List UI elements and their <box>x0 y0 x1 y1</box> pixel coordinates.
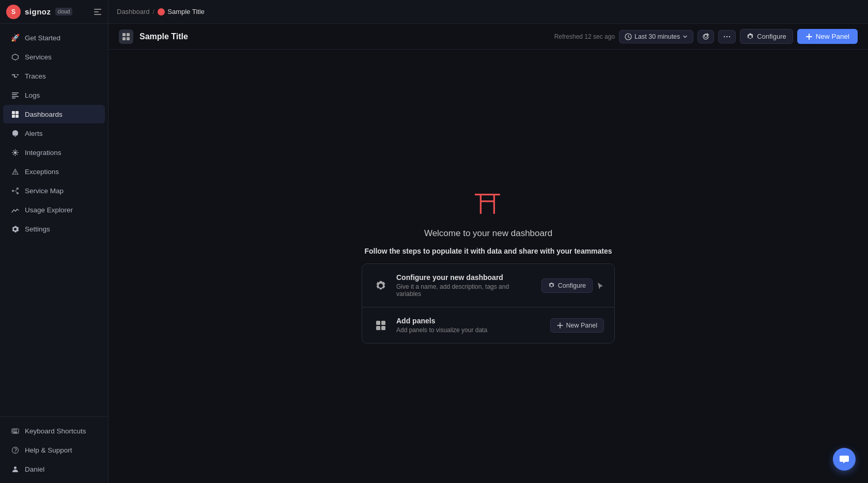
sidebar-item-dashboards[interactable]: Dashboards <box>3 105 105 123</box>
get-started-icon: 🚀 <box>10 33 20 42</box>
dashboard-icon <box>122 33 130 41</box>
svg-rect-18 <box>12 429 13 430</box>
sidebar-label-logs: Logs <box>25 91 40 99</box>
time-range-selector[interactable]: Last 30 minutes <box>619 30 693 43</box>
cursor-icon <box>596 282 604 290</box>
content-area: ⛩ Welcome to your new dashboard Follow t… <box>109 50 868 483</box>
svg-rect-26 <box>122 33 126 36</box>
svg-rect-1 <box>94 11 99 12</box>
configure-icon <box>747 33 754 40</box>
steps-card: Configure your new dashboard Give it a n… <box>362 263 615 344</box>
step-new-panel-label: New Panel <box>566 322 597 329</box>
sidebar-label-traces: Traces <box>25 72 46 80</box>
svg-rect-2 <box>94 14 101 15</box>
new-panel-button[interactable]: New Panel <box>797 29 858 44</box>
sidebar-item-settings[interactable]: Settings <box>3 220 105 238</box>
svg-rect-3 <box>12 92 19 94</box>
sidebar-label-help-support: Help & Support <box>25 446 72 454</box>
svg-rect-34 <box>376 321 380 325</box>
integrations-icon <box>10 148 20 157</box>
torii-icon: ⛩ <box>475 189 502 220</box>
welcome-container: ⛩ Welcome to your new dashboard Follow t… <box>354 189 623 344</box>
refreshed-text: Refreshed 12 sec ago <box>554 33 615 40</box>
breadcrumb-title: Sample Title <box>167 8 205 15</box>
sidebar-label-integrations: Integrations <box>25 149 61 157</box>
sidebar-item-get-started[interactable]: 🚀 Get Started <box>3 28 105 47</box>
configure-step-title: Configure your new dashboard <box>396 273 534 282</box>
svg-rect-23 <box>16 431 17 432</box>
welcome-subtitle: Follow the steps to populate it with dat… <box>364 247 612 255</box>
chat-icon <box>839 454 850 465</box>
add-panels-step-title: Add panels <box>396 317 543 325</box>
svg-point-33 <box>729 36 730 37</box>
svg-point-15 <box>17 188 19 190</box>
svg-rect-27 <box>127 33 130 36</box>
sidebar-item-exceptions[interactable]: Exceptions <box>3 162 105 181</box>
svg-rect-6 <box>12 98 16 99</box>
sidebar-item-logs[interactable]: Logs <box>3 86 105 104</box>
help-support-icon <box>10 445 20 455</box>
sidebar-label-service-map: Service Map <box>25 187 64 195</box>
sidebar-label-dashboards: Dashboards <box>25 111 63 118</box>
sidebar-item-service-map[interactable]: Service Map <box>3 181 105 200</box>
svg-point-14 <box>12 190 14 192</box>
logo-badge: cloud <box>55 8 73 15</box>
chat-fab-button[interactable] <box>833 448 856 471</box>
chevron-down-icon <box>683 34 688 39</box>
sidebar-item-traces[interactable]: Traces <box>3 67 105 85</box>
svg-rect-10 <box>16 115 19 118</box>
collapse-sidebar-button[interactable] <box>94 8 102 16</box>
configure-step-desc: Give it a name, add description, tags an… <box>396 283 534 298</box>
more-options-button[interactable] <box>718 30 736 43</box>
logo-initials: S <box>11 8 16 15</box>
refresh-button[interactable] <box>698 30 714 43</box>
svg-rect-8 <box>16 111 19 114</box>
sidebar-item-alerts[interactable]: Alerts <box>3 124 105 143</box>
step-plus-icon <box>557 322 563 329</box>
welcome-title: Welcome to your new dashboard <box>424 228 552 239</box>
sidebar-label-services: Services <box>25 53 52 61</box>
time-range-label: Last 30 minutes <box>634 33 680 40</box>
app-name: signoz <box>25 7 51 16</box>
main-content: Dashboard / Sample Title Sample Title Re… <box>109 0 868 483</box>
dashboards-icon <box>10 110 20 119</box>
svg-rect-29 <box>127 37 130 40</box>
exceptions-icon <box>10 167 20 176</box>
sidebar-bottom: Keyboard Shortcuts Help & Support Daniel <box>0 416 108 483</box>
svg-point-13 <box>14 173 15 174</box>
new-panel-label: New Panel <box>816 33 849 40</box>
svg-rect-20 <box>16 429 17 430</box>
dashboard-title-icon <box>119 29 133 44</box>
svg-rect-37 <box>381 326 385 330</box>
add-panels-step-content: Add panels Add panels to visualize your … <box>396 317 543 334</box>
add-panels-step-row: Add panels Add panels to visualize your … <box>362 307 614 343</box>
sidebar-item-usage-explorer[interactable]: Usage Explorer <box>3 200 105 219</box>
svg-rect-0 <box>94 9 101 10</box>
clock-icon <box>625 33 632 40</box>
svg-point-25 <box>14 466 17 469</box>
sidebar-item-daniel[interactable]: Daniel <box>3 460 105 478</box>
configure-button[interactable]: Configure <box>740 29 793 44</box>
sidebar-item-services[interactable]: Services <box>3 48 105 66</box>
breadcrumb-parent: Dashboard <box>117 8 150 15</box>
more-icon <box>723 33 731 40</box>
svg-point-16 <box>17 192 19 194</box>
sidebar-item-help-support[interactable]: Help & Support <box>3 441 105 459</box>
svg-point-11 <box>14 151 17 154</box>
step-configure-button[interactable]: Configure <box>541 278 593 293</box>
svg-rect-35 <box>381 321 385 325</box>
breadcrumb: Dashboard / Sample Title <box>117 8 205 15</box>
step-configure-label: Configure <box>558 282 586 289</box>
topbar: Dashboard / Sample Title <box>109 0 868 24</box>
svg-point-32 <box>726 36 727 37</box>
refresh-icon <box>702 33 709 40</box>
sidebar-label-settings: Settings <box>25 225 50 233</box>
step-new-panel-button[interactable]: New Panel <box>550 318 604 333</box>
sidebar-item-keyboard-shortcuts[interactable]: Keyboard Shortcuts <box>3 422 105 440</box>
sidebar-item-integrations[interactable]: Integrations <box>3 143 105 162</box>
breadcrumb-dot-icon <box>158 8 165 15</box>
sidebar-label-exceptions: Exceptions <box>25 168 59 176</box>
user-icon <box>10 464 20 474</box>
logs-icon <box>10 90 20 100</box>
breadcrumb-current: Sample Title <box>158 8 205 15</box>
